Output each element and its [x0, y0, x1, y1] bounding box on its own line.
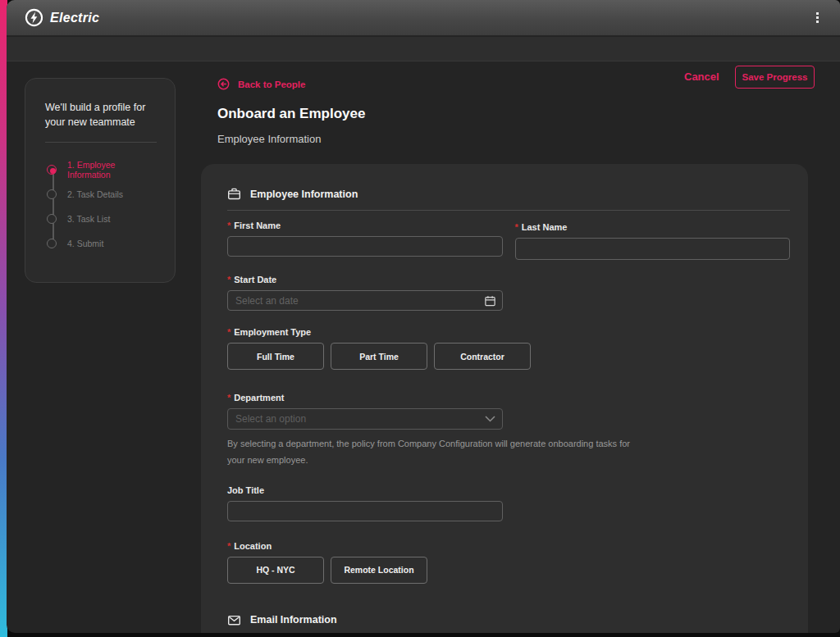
lightning-bolt-icon	[25, 8, 43, 27]
department-label: Department	[234, 393, 284, 403]
job-title-input[interactable]	[227, 501, 503, 521]
brand-logo: Electric	[25, 8, 99, 27]
step-dot-icon	[47, 189, 57, 199]
page-subtitle: Employee Information	[217, 133, 321, 145]
page-title: Onboard an Employee	[217, 106, 365, 122]
briefcase-icon	[227, 187, 241, 201]
required-asterisk: *	[227, 541, 231, 551]
last-name-label: Last Name	[522, 222, 568, 232]
start-date-field-group: * Start Date	[227, 275, 790, 311]
step-submit[interactable]: 4. Submit	[45, 231, 157, 256]
department-select-placeholder: Select an option	[235, 413, 306, 425]
back-link-label: Back to People	[238, 80, 305, 89]
top-bar: Electric	[7, 0, 840, 36]
required-asterisk: *	[227, 275, 231, 284]
employee-information-section-header: Employee Information	[227, 187, 790, 201]
required-asterisk: *	[515, 222, 518, 232]
department-help-text: By selecting a department, the policy fr…	[227, 436, 641, 469]
first-name-label: First Name	[234, 221, 281, 230]
job-title-label: Job Title	[227, 485, 264, 495]
back-arrow-icon	[217, 78, 230, 90]
back-to-people-link[interactable]: Back to People	[217, 78, 305, 90]
email-information-section-header: Email Information	[227, 613, 790, 627]
first-name-field-group: * First Name	[227, 221, 503, 260]
location-hq-nyc-button[interactable]: HQ - NYC	[227, 557, 324, 584]
step-label: 1. Employee Information	[67, 160, 157, 180]
required-asterisk: *	[227, 221, 231, 230]
step-label: 3. Task List	[67, 214, 110, 224]
sub-header-band	[7, 37, 840, 61]
app-window: Electric Back to People Onboard an Emplo…	[7, 0, 840, 633]
chevron-down-icon	[485, 416, 495, 422]
employment-part-time-button[interactable]: Part Time	[331, 343, 427, 370]
stepper-list: 1. Employee Information 2. Task Details …	[45, 157, 157, 256]
step-task-details[interactable]: 2. Task Details	[45, 182, 157, 207]
employment-full-time-button[interactable]: Full Time	[227, 343, 324, 370]
department-select[interactable]: Select an option	[227, 408, 503, 430]
start-date-label: Start Date	[234, 275, 276, 284]
location-field-group: * Location HQ - NYC Remote Location	[227, 541, 790, 584]
department-field-group: * Department Select an option By selecti…	[227, 393, 790, 469]
location-label: Location	[234, 541, 272, 551]
section-title: Employee Information	[250, 189, 358, 200]
employment-type-field-group: * Employment Type Full Time Part Time Co…	[227, 327, 790, 370]
step-label: 4. Submit	[67, 239, 103, 248]
section-title: Email Information	[250, 614, 337, 626]
start-date-input[interactable]	[227, 290, 503, 311]
step-dot-icon	[47, 239, 57, 248]
location-remote-button[interactable]: Remote Location	[331, 557, 427, 584]
employment-type-label: Employment Type	[234, 327, 311, 337]
required-asterisk: *	[227, 393, 231, 403]
envelope-icon	[227, 613, 241, 627]
step-dot-active-icon	[47, 165, 57, 175]
step-employee-information[interactable]: 1. Employee Information	[45, 157, 157, 182]
job-title-field-group: Job Title	[227, 485, 790, 521]
stepper-card: We'll build a profile for your new teamm…	[25, 78, 176, 283]
stepper-divider	[45, 142, 157, 143]
kebab-menu-icon[interactable]	[813, 9, 822, 26]
step-task-list[interactable]: 3. Task List	[45, 207, 157, 231]
step-label: 2. Task Details	[67, 189, 123, 199]
brand-name: Electric	[50, 11, 99, 25]
employment-contractor-button[interactable]: Contractor	[434, 343, 531, 370]
required-asterisk: *	[227, 327, 231, 337]
onboarding-form-card: Employee Information * First Name * Last…	[201, 164, 808, 633]
calendar-icon[interactable]	[484, 294, 496, 307]
last-name-field-group: * Last Name	[515, 222, 791, 260]
first-name-input[interactable]	[227, 236, 503, 257]
last-name-input[interactable]	[515, 238, 791, 260]
save-progress-button[interactable]: Save Progress	[735, 66, 815, 89]
cancel-button[interactable]: Cancel	[684, 71, 719, 83]
step-dot-icon	[47, 214, 57, 224]
section-divider	[227, 210, 790, 211]
stepper-intro-text: We'll build a profile for your new teamm…	[45, 100, 155, 130]
